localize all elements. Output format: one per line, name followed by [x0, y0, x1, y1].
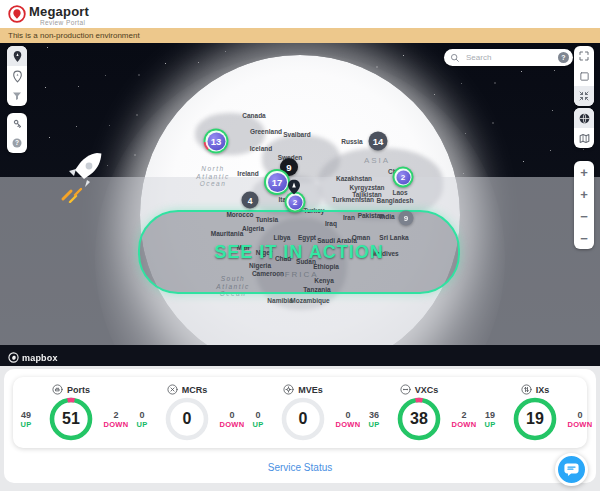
up-count: 49UP: [13, 410, 39, 429]
fit-bounds-icon: [578, 90, 590, 102]
star: [45, 87, 46, 88]
stat-header: IXs: [521, 384, 550, 395]
zoom-in-button[interactable]: +: [574, 183, 594, 205]
cluster-marker-13[interactable]: 13: [204, 129, 229, 154]
filter-funnel-icon: [11, 90, 23, 102]
marker-ring-gap: 13: [206, 131, 227, 152]
stat-body: 19UP190DOWN: [477, 396, 593, 442]
star: [165, 63, 166, 64]
stat-ring: 19: [512, 396, 558, 442]
stat-total: 51: [48, 396, 94, 442]
location-pin-filled-button[interactable]: [7, 46, 27, 66]
star: [494, 82, 496, 84]
brand-title: Megaport: [29, 4, 89, 19]
zoom-out-button[interactable]: −: [574, 205, 594, 227]
down-count: 0DOWN: [335, 410, 361, 429]
stat-ring: 0: [164, 396, 210, 442]
star: [403, 55, 404, 56]
mve-icon: [283, 384, 294, 395]
chat-button[interactable]: [555, 453, 588, 486]
chat-bubble-icon: [563, 461, 580, 478]
search-help-button[interactable]: ?: [558, 52, 569, 63]
star: [225, 51, 226, 52]
zoom-in-button[interactable]: +: [574, 161, 594, 183]
star: [136, 114, 138, 116]
search-bar: ?: [444, 49, 573, 66]
environment-banner-text: This is a non-production environment: [8, 31, 140, 40]
cluster-marker-17[interactable]: 17: [264, 169, 290, 195]
stat-label: MVEs: [298, 385, 323, 395]
map-bottom-strip: [0, 345, 600, 366]
control-group-tools: ?: [7, 113, 27, 153]
star: [583, 149, 584, 150]
stat-header: VXCs: [400, 384, 439, 395]
down-count: 0DOWN: [219, 410, 245, 429]
stat-card-vxcs: VXCs36UP382DOWN: [361, 377, 477, 448]
stat-ring: 51: [48, 396, 94, 442]
location-pin-filled-icon: [11, 50, 24, 63]
cluster-marker-14[interactable]: 14: [369, 132, 388, 151]
star: [105, 75, 106, 76]
star: [49, 137, 50, 138]
cluster-marker-4[interactable]: 4: [242, 192, 259, 209]
zoom-out-icon: −: [580, 232, 588, 245]
location-pin-outline-button[interactable]: [7, 66, 27, 86]
star: [198, 62, 199, 63]
cluster-marker-2[interactable]: 2: [285, 192, 306, 213]
marker-ring-gap: 17: [266, 171, 288, 193]
star: [554, 70, 555, 71]
fit-bounds-button[interactable]: [574, 86, 594, 106]
globe-view-button[interactable]: [574, 108, 594, 128]
star: [138, 74, 140, 76]
stat-body: 0UP00DOWN: [129, 396, 245, 442]
key-tool-icon: [11, 117, 24, 130]
up-count: 36UP: [361, 410, 387, 429]
stat-total: 0: [164, 396, 210, 442]
stat-card-mcrs: MCRs0UP00DOWN: [129, 377, 245, 448]
search-icon: [450, 53, 460, 63]
stat-total: 0: [280, 396, 326, 442]
svg-text:?: ?: [15, 139, 19, 146]
megaport-portal: Megaport Review Portal This is a non-pro…: [0, 0, 600, 491]
megaport-logo-icon: [8, 5, 26, 23]
stat-total: 19: [512, 396, 558, 442]
stat-label: Ports: [67, 385, 90, 395]
zoom-out-button[interactable]: −: [574, 227, 594, 249]
help-button[interactable]: ?: [7, 133, 27, 153]
star: [465, 133, 466, 134]
star: [523, 161, 524, 162]
cluster-marker-9[interactable]: 9: [399, 211, 414, 226]
mcr-icon: [167, 384, 178, 395]
key-tool-button[interactable]: [7, 113, 27, 133]
star: [461, 83, 462, 84]
service-status-row: Service Status: [0, 457, 600, 475]
stat-label: VXCs: [415, 385, 439, 395]
star: [76, 126, 77, 127]
filter-funnel-button[interactable]: [7, 86, 27, 106]
stat-label: IXs: [536, 385, 550, 395]
rocket-pin-marker[interactable]: [288, 180, 300, 195]
stat-header: Ports: [52, 384, 90, 395]
stat-body: 36UP382DOWN: [361, 396, 477, 442]
stat-body: 0UP00DOWN: [245, 396, 361, 442]
marker-count: 17: [268, 173, 287, 192]
world-map[interactable]: CanadaGreenlandSvalbardIcelandRussiaASIA…: [0, 43, 600, 366]
fullscreen-button[interactable]: [574, 46, 594, 66]
service-status-link[interactable]: Service Status: [268, 462, 332, 473]
cluster-marker-2[interactable]: 2: [393, 167, 414, 188]
control-group-zoom: ++−−: [574, 161, 594, 249]
flat-map-view-icon: [578, 132, 591, 145]
location-pin-outline-icon: [11, 70, 24, 83]
stat-card-mves: MVEs0UP00DOWN: [245, 377, 361, 448]
star: [552, 110, 553, 111]
stat-ring: 38: [396, 396, 442, 442]
search-input[interactable]: [464, 52, 558, 63]
marker-ring-gap: 2: [287, 194, 304, 211]
see-it-in-action-label: SEE IT IN ACTION: [214, 242, 383, 263]
box-select-button[interactable]: [574, 66, 594, 86]
stat-card-ixs: IXs19UP190DOWN: [477, 377, 593, 448]
mapbox-attribution[interactable]: mapbox: [8, 352, 58, 363]
star: [47, 47, 48, 48]
up-count: 19UP: [477, 410, 503, 429]
flat-map-view-button[interactable]: [574, 128, 594, 148]
